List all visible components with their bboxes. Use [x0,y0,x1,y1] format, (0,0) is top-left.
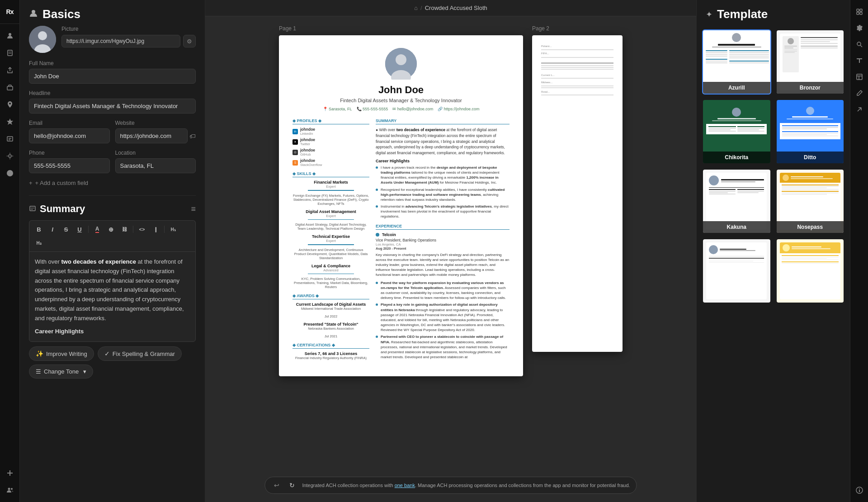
undo-btn[interactable]: ↩ [271,480,282,491]
template-item-azurill[interactable]: Azurill [702,29,771,95]
website-link-icon[interactable]: 🏷 [189,133,196,140]
exp-company-telcoin: Telcoin [382,232,396,237]
bronzor-r1 [801,39,837,40]
twitter-icon: ✕ [292,139,298,145]
location-icon-btn[interactable] [3,97,17,112]
improve-writing-btn[interactable]: ✨ Improve Writing [29,346,94,361]
home-icon[interactable]: ⌂ [414,5,418,11]
kakuna-l2 [709,192,727,193]
h1-btn[interactable]: H₁ [167,223,179,235]
email-input[interactable] [29,128,110,143]
exp-bullet-text-3: Partnered with CEO to pioneer a stableco… [381,334,509,360]
person-icon-btn[interactable] [3,28,17,43]
editor-actions: ✨ Improve Writing ✓ Fix Spelling & Gramm… [29,346,196,361]
add-section-btn[interactable] [3,466,17,480]
template-item-kakuna[interactable]: Kakuna [702,169,771,234]
briefcase-icon-btn[interactable] [3,80,17,95]
award-state-telcoin: Presented "State of Telcoin" Nebraska Ba… [292,322,369,338]
career-text-2: Recognized for exceptional leadership ab… [381,187,509,203]
text-right-icon[interactable] [852,53,867,68]
emoji-btn[interactable]: ⊕ [105,223,117,235]
ditto-r2 [782,134,827,135]
svg-point-35 [859,488,860,489]
custom-icon-btn[interactable] [3,166,17,180]
code-btn[interactable]: <> [136,223,148,235]
zoom-right-icon[interactable] [852,37,867,52]
users-icon-btn[interactable] [3,483,17,497]
integrated-link[interactable]: one bank [395,483,415,488]
full-name-input[interactable] [29,69,196,84]
layout-right-icon[interactable] [852,70,867,84]
summary-menu-btn[interactable]: ≡ [191,204,196,214]
link-btn[interactable]: ⛓ [118,223,130,235]
github-net: GitHub [300,152,315,156]
bold-btn[interactable]: B [33,223,45,235]
document-icon-btn[interactable] [3,46,17,60]
edit-right-icon[interactable] [852,86,867,100]
change-tone-btn[interactable]: ☰ Change Tone ▾ [29,365,93,379]
italic-btn[interactable]: I [47,223,58,235]
skills-icon-btn[interactable] [3,149,17,163]
skill-financial-markets: Financial Markets Expert Foreign Exchang… [292,180,369,206]
template-item-ditto[interactable]: Ditto [776,99,845,164]
nosepass-name [791,176,824,177]
headline-input[interactable] [29,99,196,114]
template-item-t7[interactable] [702,238,771,303]
redo-btn[interactable]: ↻ [287,480,297,491]
picture-settings-btn[interactable]: ⚙ [183,35,196,47]
skill-da-underline [308,219,354,220]
ditto-l1 [782,127,838,128]
chikorita-r1 [737,128,764,129]
career-text-3: Instrumental in advancing Telcoin's stra… [381,204,509,219]
bronzor-name-overlay: Bronzor [777,82,844,94]
info-right-icon[interactable] [852,483,867,497]
fix-spelling-btn[interactable]: ✓ Fix Spelling & Grammar [98,346,182,361]
chikorita-body [706,124,767,134]
underline-btn[interactable]: U [74,223,85,235]
skill-fm-desc: Foreign Exchange (FX) Markets, Futures, … [292,194,369,206]
location-input[interactable] [115,158,196,173]
phone-input[interactable] [29,158,110,173]
ditto-r1 [782,133,838,134]
star-icon-btn[interactable] [3,114,17,129]
career-highlights-label: Career Highlights [35,327,190,336]
doc-nav: ⌂ / Crowded Accused Sloth [205,0,696,16]
certificate-icon-btn[interactable] [3,132,17,146]
t8-l3 [782,260,839,260]
career-dot-1 [376,166,378,169]
h2-btn[interactable]: H₂ [33,237,45,249]
arrow-right-icon[interactable] [852,102,867,117]
bronzor-right [801,36,837,49]
template-item-bronzor[interactable]: Bronzor [776,29,845,95]
share-icon-btn[interactable] [3,63,17,77]
contact-email: ✉ hello@johndoe.com [392,107,433,111]
exp-bullet-text-1: Paved the way for platform expansion by … [381,280,509,301]
text-color-btn[interactable]: A [91,223,103,235]
change-tone-label: Change Tone [44,368,79,375]
editor-content[interactable]: With over two decades of experience at t… [29,251,196,342]
chikorita-avatar [732,108,741,117]
template-item-chikorita[interactable]: Chikorita [702,99,771,164]
ditto-r3 [782,136,838,137]
github-icon: ⊙ [292,150,298,155]
azurill-section-bar-2 [706,59,727,60]
exp-bullet-2: Played a key role in gaining authorizati… [376,302,509,332]
template-right-icon[interactable] [852,5,867,19]
add-custom-field-btn[interactable]: + + Add a custom field [29,180,196,186]
strikethrough-btn[interactable]: S [60,223,72,235]
linkedin-name: johndoe [300,127,315,132]
kakuna-sec1 [709,189,736,190]
settings-right-icon[interactable] [852,21,867,35]
template-item-nosepass[interactable]: Nosepass [776,169,845,234]
t8-subtitle [792,248,830,249]
block-btn[interactable]: ❙ [150,223,161,235]
website-input[interactable] [115,128,188,143]
template-item-t8[interactable] [776,238,845,303]
svg-rect-25 [860,9,862,11]
picture-url-input[interactable] [61,35,180,47]
chikorita-r3 [737,131,764,132]
nosepass-l2 [782,188,827,189]
website-label: Website [115,120,196,126]
resume-headline: Fintech Digital Assets Manager & Technol… [292,98,509,103]
rx-logo-btn[interactable]: Rx [3,5,17,19]
